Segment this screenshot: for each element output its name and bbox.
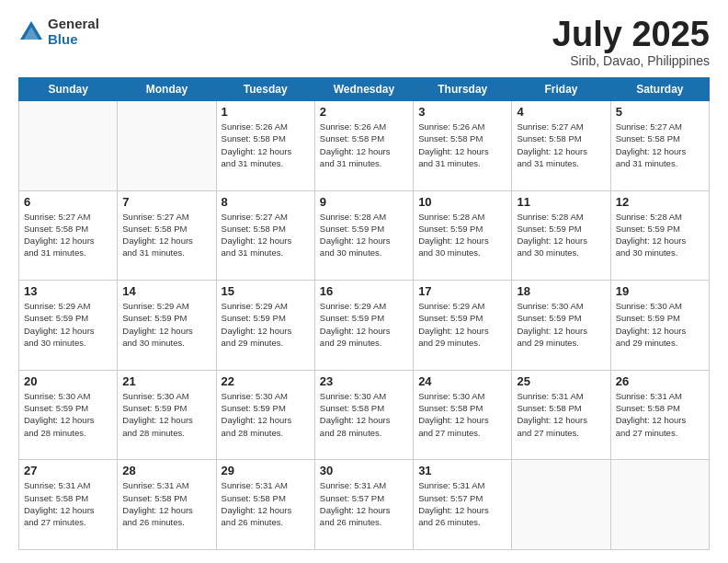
day-number: 31: [418, 464, 506, 477]
cell-content: Sunrise: 5:31 AM Sunset: 5:57 PM Dayligh…: [418, 479, 506, 528]
cell-content: Sunrise: 5:31 AM Sunset: 5:58 PM Dayligh…: [616, 390, 704, 439]
day-number: 14: [122, 284, 210, 298]
day-number: 16: [320, 284, 408, 298]
cell-content: Sunrise: 5:28 AM Sunset: 5:59 PM Dayligh…: [616, 211, 704, 259]
calendar-cell: 19Sunrise: 5:30 AM Sunset: 5:59 PM Dayli…: [610, 281, 709, 371]
calendar-cell: 10Sunrise: 5:28 AM Sunset: 5:59 PM Dayli…: [414, 190, 512, 281]
day-number: 2: [320, 105, 408, 119]
cell-content: Sunrise: 5:30 AM Sunset: 5:59 PM Dayligh…: [122, 390, 210, 439]
calendar-cell: 28Sunrise: 5:31 AM Sunset: 5:58 PM Dayli…: [118, 460, 216, 550]
cell-content: Sunrise: 5:29 AM Sunset: 5:59 PM Dayligh…: [418, 300, 506, 349]
cell-content: Sunrise: 5:30 AM Sunset: 5:58 PM Dayligh…: [418, 390, 506, 439]
day-number: 25: [517, 374, 605, 388]
cell-content: Sunrise: 5:27 AM Sunset: 5:58 PM Dayligh…: [517, 121, 605, 169]
day-number: 7: [122, 195, 210, 209]
day-number: 21: [122, 374, 210, 388]
calendar-cell: 26Sunrise: 5:31 AM Sunset: 5:58 PM Dayli…: [610, 370, 709, 460]
cell-content: Sunrise: 5:26 AM Sunset: 5:58 PM Dayligh…: [222, 121, 310, 169]
logo-icon: [18, 19, 44, 45]
calendar-cell: 16Sunrise: 5:29 AM Sunset: 5:59 PM Dayli…: [314, 281, 413, 371]
day-number: 11: [517, 195, 605, 209]
day-number: 28: [122, 464, 210, 477]
day-number: 13: [24, 284, 112, 298]
logo-text: General Blue: [48, 17, 99, 47]
day-number: 27: [24, 464, 112, 477]
location: Sirib, Davao, Philippines: [552, 53, 710, 68]
calendar-cell: [118, 101, 216, 191]
cell-content: Sunrise: 5:29 AM Sunset: 5:59 PM Dayligh…: [24, 300, 112, 349]
cell-content: Sunrise: 5:30 AM Sunset: 5:59 PM Dayligh…: [24, 390, 112, 439]
calendar-cell: 22Sunrise: 5:30 AM Sunset: 5:59 PM Dayli…: [216, 370, 314, 460]
cell-content: Sunrise: 5:28 AM Sunset: 5:59 PM Dayligh…: [517, 211, 605, 259]
day-number: 30: [320, 464, 408, 477]
calendar-cell: 1Sunrise: 5:26 AM Sunset: 5:58 PM Daylig…: [216, 101, 314, 191]
calendar-header-row: SundayMondayTuesdayWednesdayThursdayFrid…: [19, 78, 710, 101]
cell-content: Sunrise: 5:28 AM Sunset: 5:59 PM Dayligh…: [320, 211, 408, 259]
cell-content: Sunrise: 5:29 AM Sunset: 5:59 PM Dayligh…: [122, 300, 210, 349]
day-number: 24: [418, 374, 506, 388]
day-number: 29: [222, 464, 310, 477]
calendar-cell: 21Sunrise: 5:30 AM Sunset: 5:59 PM Dayli…: [118, 370, 216, 460]
day-number: 10: [418, 195, 506, 209]
day-number: 20: [24, 374, 112, 388]
day-number: 5: [616, 105, 704, 119]
cell-content: Sunrise: 5:31 AM Sunset: 5:58 PM Dayligh…: [222, 479, 310, 528]
calendar-cell: [19, 101, 118, 191]
logo-general-label: General: [48, 17, 99, 32]
cell-content: Sunrise: 5:31 AM Sunset: 5:58 PM Dayligh…: [122, 479, 210, 528]
calendar-cell: 23Sunrise: 5:30 AM Sunset: 5:58 PM Dayli…: [314, 370, 413, 460]
calendar-cell: 17Sunrise: 5:29 AM Sunset: 5:59 PM Dayli…: [414, 281, 512, 371]
day-of-week-header: Monday: [118, 78, 216, 101]
calendar-cell: 27Sunrise: 5:31 AM Sunset: 5:58 PM Dayli…: [19, 460, 118, 550]
month-title: July 2025: [552, 17, 710, 52]
calendar-cell: 7Sunrise: 5:27 AM Sunset: 5:58 PM Daylig…: [118, 190, 216, 281]
calendar-cell: 29Sunrise: 5:31 AM Sunset: 5:58 PM Dayli…: [216, 460, 314, 550]
calendar-cell: 4Sunrise: 5:27 AM Sunset: 5:58 PM Daylig…: [512, 101, 610, 191]
day-number: 4: [517, 105, 605, 119]
calendar-cell: [610, 460, 709, 550]
day-number: 22: [222, 374, 310, 388]
calendar-cell: 8Sunrise: 5:27 AM Sunset: 5:58 PM Daylig…: [216, 190, 314, 281]
calendar-cell: 30Sunrise: 5:31 AM Sunset: 5:57 PM Dayli…: [314, 460, 413, 550]
day-number: 18: [517, 284, 605, 298]
day-number: 17: [418, 284, 506, 298]
calendar-cell: 25Sunrise: 5:31 AM Sunset: 5:58 PM Dayli…: [512, 370, 610, 460]
day-of-week-header: Saturday: [610, 78, 709, 101]
calendar-cell: 15Sunrise: 5:29 AM Sunset: 5:59 PM Dayli…: [216, 281, 314, 371]
calendar-cell: 31Sunrise: 5:31 AM Sunset: 5:57 PM Dayli…: [414, 460, 512, 550]
title-block: July 2025 Sirib, Davao, Philippines: [552, 17, 710, 68]
cell-content: Sunrise: 5:27 AM Sunset: 5:58 PM Dayligh…: [122, 211, 210, 259]
header: General Blue July 2025 Sirib, Davao, Phi…: [18, 17, 710, 68]
calendar-week-row: 1Sunrise: 5:26 AM Sunset: 5:58 PM Daylig…: [19, 101, 710, 191]
calendar-cell: 18Sunrise: 5:30 AM Sunset: 5:59 PM Dayli…: [512, 281, 610, 371]
cell-content: Sunrise: 5:30 AM Sunset: 5:59 PM Dayligh…: [616, 300, 704, 349]
calendar-cell: 9Sunrise: 5:28 AM Sunset: 5:59 PM Daylig…: [314, 190, 413, 281]
cell-content: Sunrise: 5:31 AM Sunset: 5:58 PM Dayligh…: [24, 479, 112, 528]
day-of-week-header: Sunday: [19, 78, 118, 101]
logo-blue-label: Blue: [48, 32, 99, 48]
day-of-week-header: Tuesday: [216, 78, 314, 101]
calendar-week-row: 6Sunrise: 5:27 AM Sunset: 5:58 PM Daylig…: [19, 190, 710, 281]
cell-content: Sunrise: 5:31 AM Sunset: 5:58 PM Dayligh…: [517, 390, 605, 439]
day-of-week-header: Thursday: [414, 78, 512, 101]
day-number: 12: [616, 195, 704, 209]
calendar-cell: 3Sunrise: 5:26 AM Sunset: 5:58 PM Daylig…: [414, 101, 512, 191]
cell-content: Sunrise: 5:29 AM Sunset: 5:59 PM Dayligh…: [222, 300, 310, 349]
calendar-cell: 20Sunrise: 5:30 AM Sunset: 5:59 PM Dayli…: [19, 370, 118, 460]
calendar-week-row: 20Sunrise: 5:30 AM Sunset: 5:59 PM Dayli…: [19, 370, 710, 460]
cell-content: Sunrise: 5:26 AM Sunset: 5:58 PM Dayligh…: [320, 121, 408, 169]
day-number: 26: [616, 374, 704, 388]
cell-content: Sunrise: 5:28 AM Sunset: 5:59 PM Dayligh…: [418, 211, 506, 259]
cell-content: Sunrise: 5:31 AM Sunset: 5:57 PM Dayligh…: [320, 479, 408, 528]
day-of-week-header: Friday: [512, 78, 610, 101]
cell-content: Sunrise: 5:27 AM Sunset: 5:58 PM Dayligh…: [222, 211, 310, 259]
calendar-cell: 6Sunrise: 5:27 AM Sunset: 5:58 PM Daylig…: [19, 190, 118, 281]
day-number: 23: [320, 374, 408, 388]
calendar-cell: 5Sunrise: 5:27 AM Sunset: 5:58 PM Daylig…: [610, 101, 709, 191]
cell-content: Sunrise: 5:30 AM Sunset: 5:58 PM Dayligh…: [320, 390, 408, 439]
day-of-week-header: Wednesday: [314, 78, 413, 101]
cell-content: Sunrise: 5:27 AM Sunset: 5:58 PM Dayligh…: [24, 211, 112, 259]
calendar-cell: 2Sunrise: 5:26 AM Sunset: 5:58 PM Daylig…: [314, 101, 413, 191]
page: General Blue July 2025 Sirib, Davao, Phi…: [0, 0, 728, 563]
cell-content: Sunrise: 5:30 AM Sunset: 5:59 PM Dayligh…: [222, 390, 310, 439]
